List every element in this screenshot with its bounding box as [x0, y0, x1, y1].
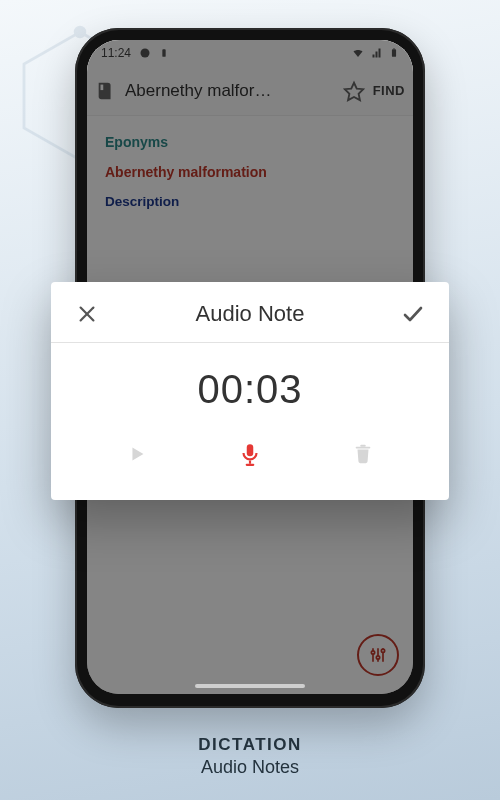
svg-point-2: [75, 27, 85, 37]
home-indicator: [195, 684, 305, 688]
svg-rect-22: [249, 461, 251, 464]
svg-rect-23: [246, 464, 255, 466]
svg-rect-25: [360, 445, 366, 447]
caption-main: DICTATION: [0, 735, 500, 755]
recording-timer: 00:03: [51, 343, 449, 426]
close-button[interactable]: [71, 298, 103, 330]
microphone-icon[interactable]: [228, 432, 272, 476]
svg-marker-21: [133, 448, 144, 461]
dialog-title: Audio Note: [196, 301, 305, 327]
marketing-caption: DICTATION Audio Notes: [0, 735, 500, 778]
caption-sub: Audio Notes: [0, 757, 500, 778]
play-button[interactable]: [115, 432, 159, 476]
svg-rect-24: [355, 447, 370, 449]
confirm-button[interactable]: [397, 298, 429, 330]
audio-note-dialog: Audio Note 00:03: [51, 282, 449, 500]
delete-button[interactable]: [341, 432, 385, 476]
